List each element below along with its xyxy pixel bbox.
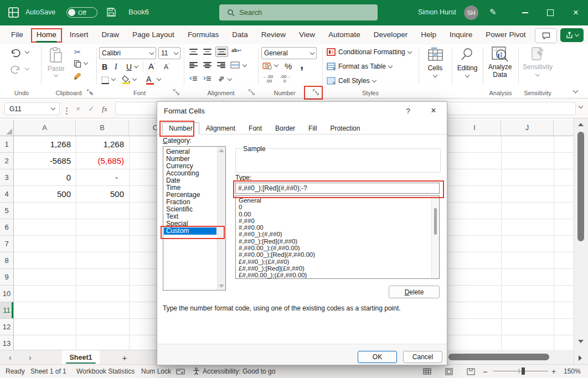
sheet-tab-active[interactable]: Sheet1 (62, 350, 100, 364)
ribbon-tab-file[interactable]: File (4, 25, 30, 44)
shrink-font-button[interactable]: Aˇ (164, 63, 170, 71)
category-item[interactable]: Custom (164, 227, 216, 235)
dialog-close-button[interactable]: × (426, 104, 441, 117)
zoom-slider-thumb[interactable] (522, 367, 525, 375)
normal-view-icon[interactable] (423, 365, 431, 378)
cell[interactable]: 0 (14, 169, 76, 186)
code-scrollbar[interactable] (431, 196, 439, 278)
copy-icon[interactable] (74, 60, 81, 68)
ribbon-collapse-chevron-icon[interactable] (573, 88, 579, 94)
undo-icon[interactable] (10, 49, 21, 58)
add-sheet-button[interactable]: + (118, 351, 131, 364)
fill-color-icon[interactable] (122, 75, 131, 82)
vertical-scroll-thumb[interactable] (577, 132, 584, 241)
row-header[interactable]: 13 (0, 335, 13, 350)
workbook-statistics[interactable]: Workbook Statistics (76, 365, 135, 378)
prev-sheet-icon[interactable]: ‹ (9, 350, 12, 364)
cell[interactable]: -5685 (14, 153, 76, 169)
type-input[interactable]: #,##0_);[Red](#,##0);-? (235, 183, 440, 194)
scroll-down-icon[interactable] (578, 340, 584, 343)
font-color-button[interactable]: A (146, 75, 151, 84)
row-header[interactable]: 7 (0, 236, 13, 252)
user-name[interactable]: Simon Hurst (418, 8, 456, 16)
category-scroll-up-icon[interactable] (219, 149, 224, 152)
insert-function-icon[interactable]: fx (99, 102, 111, 115)
analyze-data-icon[interactable] (492, 46, 508, 62)
format-code-item[interactable]: 0 (236, 204, 431, 210)
ribbon-tab-inquire[interactable]: Inquire (443, 25, 479, 44)
zoom-out-button[interactable]: − (483, 365, 488, 378)
format-code-item[interactable]: #,##0 (236, 218, 431, 224)
format-code-item[interactable]: #,##0_);[Red](#,##0) (236, 238, 431, 245)
fill-chevron-icon[interactable] (132, 76, 137, 81)
borders-icon[interactable] (101, 76, 110, 85)
row-header[interactable]: 9 (0, 269, 13, 286)
scroll-up-icon[interactable] (578, 123, 584, 126)
ribbon-tab-power-pivot[interactable]: Power Pivot (479, 25, 532, 44)
cell[interactable]: - (76, 169, 129, 186)
row-header[interactable]: 11 (0, 302, 13, 319)
format-as-table-button[interactable]: Format as Table (327, 63, 392, 70)
cell[interactable]: 1,268 (14, 136, 76, 153)
editing-icon[interactable] (461, 48, 474, 61)
grow-font-button[interactable]: Aˆ (148, 61, 156, 71)
alignment-dialog-launcher[interactable] (249, 89, 255, 96)
ribbon-tab-insert[interactable]: Insert (63, 25, 95, 44)
increase-decimal-button[interactable]: ←.00.00 (262, 75, 273, 84)
dialog-tab-number[interactable]: Number (162, 122, 199, 134)
ribbon-tab-review[interactable]: Review (255, 25, 292, 44)
category-scroll-down-icon[interactable] (219, 284, 224, 288)
editing-label[interactable]: Editing (453, 64, 482, 72)
ink-pen-icon[interactable]: ✎ (489, 7, 497, 17)
dialog-tab-border[interactable]: Border (269, 122, 302, 134)
row-header[interactable]: 5 (0, 203, 13, 219)
format-code-item[interactable]: 0.00 (236, 211, 431, 218)
ribbon-tab-automate[interactable]: Automate (322, 25, 367, 44)
format-painter-icon[interactable] (74, 72, 82, 80)
comma-style-button[interactable]: , (300, 58, 303, 72)
column-header[interactable]: J (501, 120, 554, 136)
redo-icon[interactable] (10, 65, 21, 75)
align-center-icon[interactable] (203, 62, 212, 68)
share-button[interactable] (560, 28, 584, 42)
next-sheet-icon[interactable]: › (29, 350, 32, 364)
underline-chevron-icon[interactable] (134, 64, 138, 68)
cell-styles-button[interactable]: Cell Styles (327, 77, 376, 85)
increase-indent-icon[interactable] (203, 76, 212, 82)
row-header[interactable]: 2 (0, 153, 13, 169)
cancel-entry-icon[interactable]: × (72, 102, 84, 115)
category-listbox[interactable]: GeneralNumberCurrencyAccountingDateTimeP… (163, 146, 226, 291)
maximize-button[interactable] (538, 0, 563, 25)
ribbon-tab-view[interactable]: View (292, 25, 322, 44)
column-header[interactable]: B (76, 120, 129, 136)
row-header[interactable]: 10 (0, 286, 13, 302)
select-all-corner[interactable] (0, 120, 14, 136)
align-top-icon[interactable] (189, 49, 198, 55)
save-icon[interactable] (106, 7, 116, 17)
ribbon-tab-formulas[interactable]: Formulas (181, 25, 225, 44)
format-code-item[interactable]: #,##0_);(#,##0) (236, 231, 431, 237)
dialog-help-button[interactable]: ? (403, 105, 414, 116)
paste-chevron-icon[interactable] (54, 73, 58, 77)
align-right-icon[interactable] (217, 62, 225, 68)
format-code-listbox[interactable]: General00.00#,##0#,##0.00#,##0_);(#,##0)… (235, 195, 440, 279)
zoom-level[interactable]: 150% (564, 365, 581, 378)
undo-chevron-icon[interactable] (25, 49, 29, 54)
search-box[interactable]: Search (219, 4, 378, 20)
number-format-combo[interactable]: General (261, 47, 317, 59)
cells-chevron-icon[interactable] (433, 73, 437, 77)
format-code-item[interactable]: #,##0.00 (236, 224, 431, 231)
cell[interactable]: (5,685) (76, 153, 129, 169)
font-color-chevron-icon[interactable] (157, 76, 161, 81)
zoom-in-button[interactable]: + (551, 365, 556, 378)
accessibility-status[interactable]: Accessibility: Good to go (203, 365, 275, 378)
horizontal-scrollbar[interactable] (447, 350, 574, 364)
column-header[interactable]: A (14, 120, 76, 136)
align-bottom-icon[interactable] (215, 46, 228, 57)
dialog-tab-font[interactable]: Font (242, 122, 269, 134)
ribbon-tab-home[interactable]: Home (30, 25, 63, 44)
row-header[interactable]: 8 (0, 252, 13, 269)
analyze-data-label[interactable]: Analyze Data (484, 63, 516, 79)
cells-label[interactable]: Cells (420, 64, 451, 72)
decrease-indent-icon[interactable] (189, 76, 198, 82)
